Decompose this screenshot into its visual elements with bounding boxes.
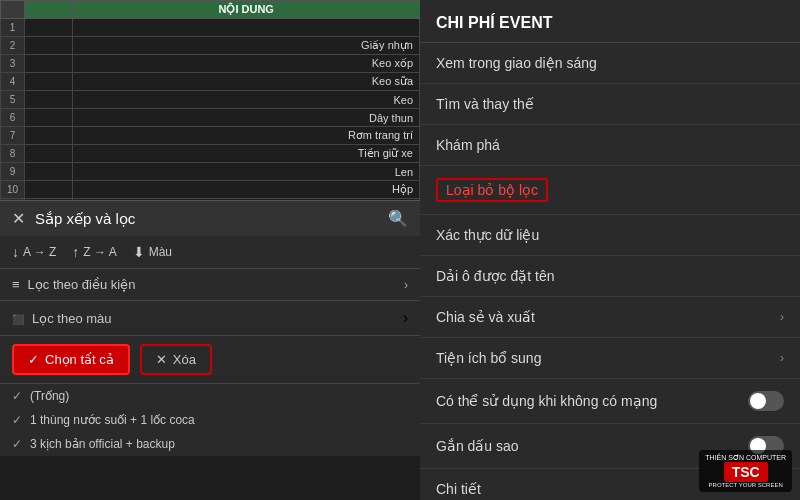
sort-asc-label: A → Z — [23, 245, 56, 259]
check-icon: ✓ — [28, 352, 39, 367]
tsc-watermark: THIÊN SƠN COMPUTER TSC PROTECT YOUR SCRE… — [699, 450, 792, 492]
col-a-cell — [25, 127, 73, 145]
xoa-button[interactable]: ✕ Xóa — [140, 344, 212, 375]
table-row: 3 Keo xốp — [1, 55, 420, 73]
table-row: 6 Dây thun — [1, 109, 420, 127]
action-buttons-row: ✓ Chọn tất cả ✕ Xóa — [0, 336, 420, 384]
color-sort-label: Màu — [149, 245, 172, 259]
row-number: 7 — [1, 127, 25, 145]
menu-item-1[interactable]: Tìm và thay thế — [420, 84, 800, 125]
filter-condition-chevron: › — [404, 278, 408, 292]
row-number: 9 — [1, 163, 25, 181]
table-row: 7 Rơm trang trí — [1, 127, 420, 145]
filter-color-option[interactable]: Lọc theo màu › — [0, 301, 420, 336]
row-number: 8 — [1, 145, 25, 163]
color-filter-icon — [12, 311, 24, 326]
row-number: 3 — [1, 55, 25, 73]
menu-label-4: Xác thực dữ liệu — [436, 227, 539, 243]
col-a-cell — [25, 73, 73, 91]
menu-label-10: Chi tiết — [436, 481, 481, 497]
menu-items-container: Xem trong giao diện sángTìm và thay thếK… — [420, 43, 800, 500]
menu-label-5: Dải ô được đặt tên — [436, 268, 555, 284]
menu-item-7[interactable]: Tiện ích bổ sung› — [420, 338, 800, 379]
col-a-cell — [25, 37, 73, 55]
chon-tat-ca-button[interactable]: ✓ Chọn tất cả — [12, 344, 130, 375]
xoa-label: Xóa — [173, 352, 196, 367]
sort-desc-option[interactable]: Z → A — [72, 244, 116, 260]
spreadsheet-area: NỘI DUNG 1 2 Giấy nhựn 3 Keo xốp 4 Keo s… — [0, 0, 420, 200]
menu-label-8: Có thể sử dụng khi không có mạng — [436, 393, 657, 409]
row-number: 4 — [1, 73, 25, 91]
checkbox-kich-ban[interactable]: ✓ 3 kịch bản official + backup — [0, 432, 420, 456]
filter-color-label: Lọc theo màu — [32, 311, 112, 326]
col-a-cell — [25, 109, 73, 127]
filter-condition-option[interactable]: Lọc theo điều kiện › — [0, 269, 420, 301]
table-row: 9 Len — [1, 163, 420, 181]
sort-asc-option[interactable]: A → Z — [12, 244, 56, 260]
table-row: 4 Keo sữa — [1, 73, 420, 91]
menu-item-2[interactable]: Khám phá — [420, 125, 800, 166]
col-b-cell: Tiền giữ xe — [73, 145, 420, 163]
tsc-top-text: THIÊN SƠN COMPUTER — [705, 454, 786, 462]
menu-item-8[interactable]: Có thể sử dụng khi không có mạng — [420, 379, 800, 424]
row-number: 2 — [1, 37, 25, 55]
menu-item-6[interactable]: Chia sẻ và xuất› — [420, 297, 800, 338]
menu-item-0[interactable]: Xem trong giao diện sáng — [420, 43, 800, 84]
col-a-cell — [25, 181, 73, 199]
checkbox-trong[interactable]: ✓ (Trống) — [0, 384, 420, 408]
col-b-cell: Giấy nhựn — [73, 37, 420, 55]
table-row: 5 Keo — [1, 91, 420, 109]
col-b-cell: Len — [73, 163, 420, 181]
color-sort-icon: ⬇ — [133, 244, 145, 260]
checkbox-nuoc-suoi[interactable]: ✓ 1 thùng nước suối + 1 lốc coca — [0, 408, 420, 432]
col-b-cell: Keo xốp — [73, 55, 420, 73]
check-trong: ✓ — [12, 389, 22, 403]
chon-label: Chọn tất cả — [45, 352, 114, 367]
sort-filter-title: Sắp xếp và lọc — [35, 210, 135, 228]
table-row: 10 Hộp — [1, 181, 420, 199]
menu-label-9: Gắn dấu sao — [436, 438, 519, 454]
menu-item-4[interactable]: Xác thực dữ liệu — [420, 215, 800, 256]
sort-filter-header: ✕ Sắp xếp và lọc 🔍 — [0, 201, 420, 236]
data-table: NỘI DUNG 1 2 Giấy nhựn 3 Keo xốp 4 Keo s… — [0, 0, 420, 200]
close-button[interactable]: ✕ — [12, 209, 25, 228]
menu-label-2: Khám phá — [436, 137, 500, 153]
tsc-bottom-text: PROTECT YOUR SCREEN — [709, 482, 783, 488]
menu-item-3[interactable]: Loại bỏ bộ lọc — [420, 166, 800, 215]
menu-label-7: Tiện ích bổ sung — [436, 350, 541, 366]
search-button[interactable]: 🔍 — [388, 209, 408, 228]
row-number: 1 — [1, 19, 25, 37]
left-panel: NỘI DUNG 1 2 Giấy nhựn 3 Keo xốp 4 Keo s… — [0, 0, 420, 500]
col-a-cell — [25, 163, 73, 181]
filter-color-chevron: › — [403, 309, 408, 327]
menu-item-5[interactable]: Dải ô được đặt tên — [420, 256, 800, 297]
menu-label-1: Tìm và thay thế — [436, 96, 534, 112]
toggle-8[interactable] — [748, 391, 784, 411]
tsc-logo: TSC — [724, 462, 768, 482]
sort-filter-panel: ✕ Sắp xếp và lọc 🔍 A → Z Z → A ⬇ Màu Lọc — [0, 200, 420, 456]
menu-label-6: Chia sẻ và xuất — [436, 309, 535, 325]
col-b-cell: Keo — [73, 91, 420, 109]
col-b-header: NỘI DUNG — [73, 1, 420, 19]
menu-label-0: Xem trong giao diện sáng — [436, 55, 597, 71]
kich-ban-label: 3 kịch bản official + backup — [30, 437, 175, 451]
row-number: 6 — [1, 109, 25, 127]
check-nuoc-suoi: ✓ — [12, 413, 22, 427]
col-a-cell — [25, 91, 73, 109]
menu-chevron-7: › — [780, 351, 784, 365]
sort-desc-icon — [72, 244, 79, 260]
color-sort-option[interactable]: ⬇ Màu — [133, 244, 172, 260]
filter-icon — [12, 277, 20, 292]
menu-label-3: Loại bỏ bộ lọc — [436, 178, 548, 202]
filter-color-label-area: Lọc theo màu — [12, 311, 112, 326]
x-icon: ✕ — [156, 352, 167, 367]
table-row: 1 — [1, 19, 420, 37]
row-num-header — [1, 1, 25, 19]
check-kich-ban: ✓ — [12, 437, 22, 451]
col-a-cell — [25, 19, 73, 37]
table-row: 8 Tiền giữ xe — [1, 145, 420, 163]
filter-condition-label: Lọc theo điều kiện — [28, 277, 136, 292]
sort-options-bar: A → Z Z → A ⬇ Màu — [0, 236, 420, 269]
nuoc-suoi-label: 1 thùng nước suối + 1 lốc coca — [30, 413, 195, 427]
menu-chevron-6: › — [780, 310, 784, 324]
